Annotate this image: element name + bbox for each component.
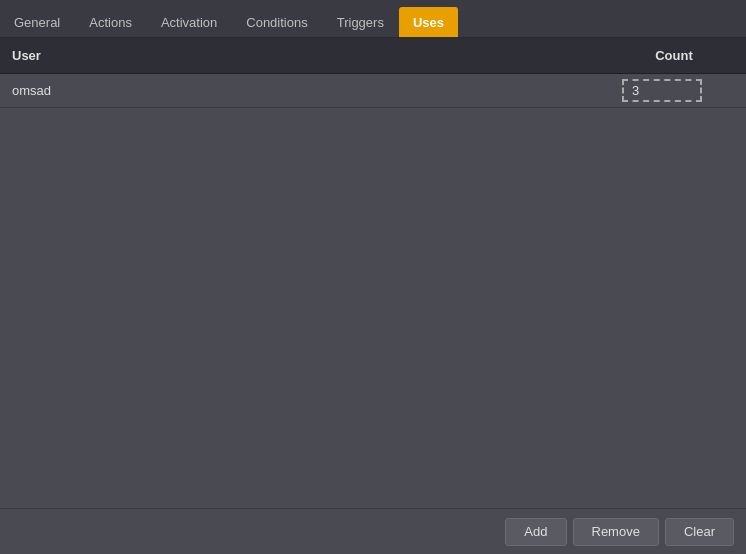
footer-buttons: Add Remove Clear: [0, 508, 746, 554]
row-user-value: omsad: [12, 83, 614, 98]
tab-bar: General Actions Activation Conditions Tr…: [0, 0, 746, 38]
table-body: omsad 3: [0, 74, 746, 554]
tab-triggers[interactable]: Triggers: [323, 7, 398, 37]
row-count-cell: 3: [614, 79, 734, 102]
tab-actions[interactable]: Actions: [75, 7, 146, 37]
column-header-user: User: [12, 48, 614, 63]
add-button[interactable]: Add: [505, 518, 566, 546]
tab-conditions[interactable]: Conditions: [232, 7, 321, 37]
count-value: 3: [622, 79, 702, 102]
column-header-count: Count: [614, 48, 734, 63]
tab-uses[interactable]: Uses: [399, 7, 458, 37]
tab-activation[interactable]: Activation: [147, 7, 231, 37]
table-row[interactable]: omsad 3: [0, 74, 746, 108]
remove-button[interactable]: Remove: [573, 518, 659, 546]
clear-button[interactable]: Clear: [665, 518, 734, 546]
tab-general[interactable]: General: [0, 7, 74, 37]
table-header: User Count: [0, 38, 746, 74]
content-area: User Count omsad 3 Add Remove Clear: [0, 38, 746, 554]
